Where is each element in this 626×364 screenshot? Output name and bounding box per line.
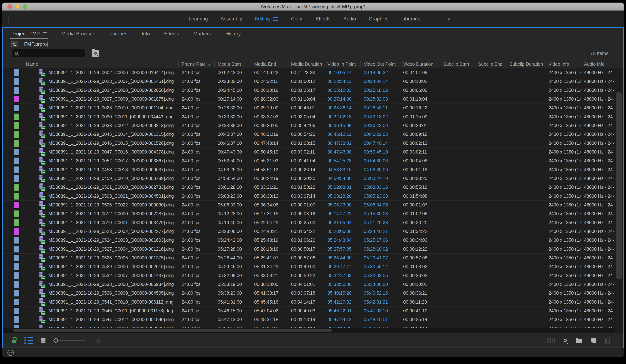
clip-name[interactable]: MD00391_1_2021-10-29_0546_C0011_[000000-… xyxy=(48,306,176,315)
clip-name[interactable]: MD00391_1_2021-10-29_0512_C0000_[000000-… xyxy=(48,209,176,218)
column-header-video-info[interactable]: Video Info xyxy=(548,60,569,68)
clip-name[interactable]: MD00391_1_2021-10-29_0529_C0006_[000000-… xyxy=(48,262,176,271)
cell-video-out[interactable]: 00:28:53:11 xyxy=(364,104,400,112)
cell-video-duration[interactable]: 00:03:02:11 xyxy=(403,148,440,156)
label-chip-blue[interactable] xyxy=(14,298,20,306)
cell-video-out[interactable]: 00:36:43:09 xyxy=(364,121,400,130)
search-input[interactable] xyxy=(12,49,85,57)
cell-media-start[interactable]: 05:01:28:00 xyxy=(218,183,251,191)
cell-media-duration[interactable]: 00:00:46:01 xyxy=(291,104,324,112)
close-button[interactable] xyxy=(7,4,12,9)
clip-name[interactable]: MD00391_1_2021-10-29_0538_C0009_[000000-… xyxy=(48,289,176,297)
tab-media-browser[interactable]: Media Browser xyxy=(61,28,94,40)
zoom-button[interactable] xyxy=(23,4,27,9)
find-icon[interactable] xyxy=(564,339,567,342)
label-chip-blue[interactable] xyxy=(14,281,20,288)
cell-media-end[interactable]: 00:50:45:10 xyxy=(254,148,288,156)
cell-video-out[interactable]: 05:24:40:21 xyxy=(364,227,400,236)
cell-frame-rate[interactable]: 24.00 fps xyxy=(182,165,214,174)
cell-video-duration[interactable]: 00:00:36:21 xyxy=(403,289,440,297)
cell-media-duration[interactable]: 00:02:25:00 xyxy=(291,218,324,227)
label-chip-blue[interactable] xyxy=(14,78,20,85)
new-bin-icon[interactable] xyxy=(576,339,582,343)
table-row[interactable]: MD00391_1_2021-10-29_0501_C0020_[000000-… xyxy=(3,183,615,192)
clip-name[interactable]: MD00391_1_2021-10-29_0023_C0007_[000000-… xyxy=(48,77,176,86)
cell-video-in[interactable]: 05:42:20:02 xyxy=(327,298,360,306)
clip-name[interactable]: MD00391_1_2021-10-29_0046_C0015_[000000-… xyxy=(48,139,176,147)
cell-video-duration[interactable]: 00:00:01:07 xyxy=(403,201,440,209)
cell-video-out[interactable]: 05:40:52:16 xyxy=(364,289,400,297)
cell-media-duration[interactable]: 00:03:02:11 xyxy=(291,148,324,156)
column-header-name[interactable]: Name xyxy=(26,60,38,68)
clip-name[interactable]: MD00391_1_2021-10-29_0547_C0012_[000000-… xyxy=(48,315,176,324)
cell-audio-info[interactable]: 48000 Hz - 24-b xyxy=(584,209,614,218)
cell-video-info[interactable]: 2400 x 1350 (1.0) xyxy=(548,192,581,200)
cell-video-info[interactable]: 2400 x 1350 (1.0) xyxy=(548,77,581,86)
cell-media-start[interactable]: 05:12:28:00 xyxy=(218,209,251,218)
cell-video-in[interactable]: 04:58:33:16 xyxy=(327,165,360,174)
cell-media-end[interactable]: 05:17:31:15 xyxy=(254,209,288,218)
cell-frame-rate[interactable]: 24.00 fps xyxy=(182,156,214,165)
cell-video-in[interactable]: 00:23:54:13 xyxy=(327,77,360,86)
cell-video-info[interactable]: 2400 x 1350 (1.0) xyxy=(548,289,581,297)
cell-media-end[interactable]: 00:14:06:22 xyxy=(254,68,288,77)
cell-media-end[interactable]: 05:31:34:23 xyxy=(254,262,288,271)
cell-video-info[interactable]: 2400 x 1350 (1.0) xyxy=(548,236,581,244)
cell-video-in[interactable]: 05:27:57:05 xyxy=(327,245,360,253)
table-row[interactable]: MD00391_1_2021-10-29_0030_C0011_[000000-… xyxy=(3,112,615,121)
cell-video-in[interactable]: 05:32:27:03 xyxy=(327,271,360,280)
cell-media-end[interactable]: 05:41:30:17 xyxy=(254,289,288,297)
cell-media-duration[interactable]: 00:03:05:04 xyxy=(291,112,324,121)
cell-audio-info[interactable]: 48000 Hz - 24-b xyxy=(584,289,614,297)
cell-audio-info[interactable]: 48000 Hz - 24-b xyxy=(584,218,614,227)
cell-frame-rate[interactable]: 24.00 fps xyxy=(182,139,214,147)
tab-info[interactable]: Info xyxy=(142,28,150,40)
sort-icons-button[interactable]: ◇ xyxy=(95,337,100,344)
zoom-slider-knob[interactable] xyxy=(53,338,58,343)
cell-video-info[interactable]: 2400 x 1350 (1.0) xyxy=(548,148,581,156)
cell-audio-info[interactable]: 48000 Hz - 24-b xyxy=(584,68,614,77)
cell-media-start[interactable]: 05:24:42:00 xyxy=(218,236,251,244)
cell-audio-info[interactable]: 48000 Hz - 24-b xyxy=(584,139,614,147)
cell-video-in[interactable]: 00:46:12:12 xyxy=(327,130,360,139)
cell-video-in[interactable]: 05:29:47:11 xyxy=(327,262,360,271)
cell-media-end[interactable]: 05:25:48:19 xyxy=(254,236,288,244)
horizontal-scrollbar-thumb[interactable] xyxy=(13,328,332,332)
label-chip-blue[interactable] xyxy=(14,307,20,315)
table-row[interactable]: MD00391_1_2021-10-29_0046_C0015_[000000-… xyxy=(3,139,615,148)
cell-video-out[interactable]: 00:14:06:22 xyxy=(364,68,400,77)
cell-audio-info[interactable]: 48000 Hz - 24-b xyxy=(584,86,614,95)
column-header-video-duration[interactable]: Video Duration xyxy=(403,60,433,68)
cell-media-end[interactable]: 05:06:34:06 xyxy=(254,201,288,209)
cell-media-duration[interactable]: 00:01:06:20 xyxy=(291,236,324,244)
breadcrumb[interactable]: FMP.prproj xyxy=(11,41,48,47)
cell-frame-rate[interactable]: 24.00 fps xyxy=(182,148,214,156)
label-chip-blue[interactable] xyxy=(14,290,20,297)
cell-video-in[interactable]: 05:14:27:22 xyxy=(327,209,360,218)
cell-media-start[interactable]: 05:23:06:00 xyxy=(218,227,251,236)
cell-audio-info[interactable]: 48000 Hz - 24-b xyxy=(584,104,614,112)
cell-video-duration[interactable]: 00:00:11:20 xyxy=(403,298,440,306)
cell-media-start[interactable]: 00:28:33:00 xyxy=(218,104,251,112)
workspace-tab-learning[interactable]: Learning xyxy=(189,16,208,22)
workspace-tab-assembly[interactable]: Assembly xyxy=(221,16,242,22)
clip-name[interactable]: MD00391_1_2021-10-29_0458_C0018_[000000-… xyxy=(48,165,176,174)
cell-video-duration[interactable]: 00:00:16:22 xyxy=(403,104,440,112)
cell-frame-rate[interactable]: 24.00 fps xyxy=(182,306,214,315)
table-row[interactable]: MD00391_1_2021-10-29_0528_C0005_[000000-… xyxy=(3,254,615,262)
cell-media-start[interactable]: 05:29:46:00 xyxy=(218,262,251,271)
cell-media-duration[interactable]: 00:05:42:06 xyxy=(291,121,324,130)
cell-video-in[interactable]: 00:47:38:02 xyxy=(327,139,360,147)
cell-media-end[interactable]: 05:38:10:00 xyxy=(254,280,288,289)
cell-video-in[interactable]: 05:40:15:20 xyxy=(327,289,360,297)
tab-history[interactable]: History xyxy=(225,28,241,40)
clip-name[interactable]: MD00391_1_2021-10-29_0027_C0009_[000000-… xyxy=(48,95,176,103)
cell-media-duration[interactable]: 00:11:23:23 xyxy=(291,68,324,77)
cell-video-info[interactable]: 2400 x 1350 (1.0) xyxy=(548,280,581,289)
cell-frame-rate[interactable]: 24.00 fps xyxy=(182,121,214,130)
cell-media-end[interactable]: 00:24:32:11 xyxy=(254,77,288,86)
table-row[interactable]: MD00391_1_2021-10-29_0546_C0011_[000000-… xyxy=(3,306,615,315)
cell-video-in[interactable]: 00:32:02:18 xyxy=(327,112,360,121)
project-writable-lock-icon[interactable] xyxy=(12,340,16,343)
cell-media-start[interactable]: 05:47:13:00 xyxy=(218,315,251,324)
